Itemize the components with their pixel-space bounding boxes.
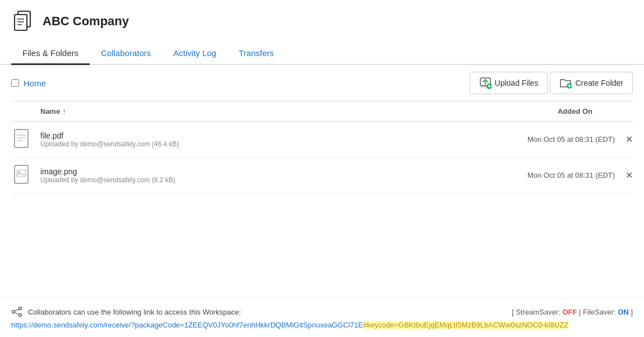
svg-rect-13: [15, 130, 28, 147]
svg-point-22: [19, 314, 22, 317]
tab-transfers[interactable]: Transfers: [228, 43, 285, 65]
collab-share-text: Collaborators can use the following link…: [28, 308, 241, 316]
create-folder-label: Create Folder: [575, 79, 623, 87]
file-icon-cell: [11, 158, 40, 193]
col-icon-spacer: [11, 101, 40, 122]
upload-files-label: Upload Files: [495, 79, 539, 87]
copy-files-icon: [11, 9, 36, 34]
image-file-icon: [11, 164, 31, 184]
footer-collab-info: Collaborators can use the following link…: [11, 306, 241, 317]
main-content: Home Upload Files: [0, 65, 644, 298]
upload-files-button[interactable]: Upload Files: [470, 72, 548, 94]
file-date: Mon Oct 05 at 08:31 (EDT): [393, 122, 615, 158]
company-name: ABC Company: [43, 14, 129, 29]
file-meta: Uploaded by demo@sendsafely.com (46.4 kB…: [40, 140, 179, 148]
stream-value: OFF: [562, 308, 577, 316]
col-name-header[interactable]: Name ↑: [40, 101, 393, 122]
svg-rect-1: [15, 15, 27, 30]
home-breadcrumb-area: Home: [11, 79, 470, 88]
workspace-link[interactable]: https://demo.sendsafely.com/receive/?pac…: [11, 321, 568, 329]
file-name: image.png: [40, 167, 175, 176]
select-all-checkbox[interactable]: [11, 79, 19, 87]
tab-activity-log[interactable]: Activity Log: [162, 43, 228, 65]
file-info-cell: image.png Uploaded by demo@sendsafely.co…: [40, 158, 393, 193]
tab-files-folders[interactable]: Files & Folders: [11, 43, 90, 65]
toolbar-actions: Upload Files Create Folder: [470, 72, 633, 94]
file-name: file.pdf: [40, 131, 179, 140]
file-date: Mon Oct 05 at 08:31 (EDT): [393, 158, 615, 193]
share-icon: [11, 306, 22, 317]
file-icon-cell: [11, 122, 40, 158]
file-table: Name ↑ Added On: [11, 101, 633, 193]
svg-point-20: [19, 307, 22, 310]
filesaver-label: | FileSaver:: [579, 308, 616, 316]
footer: Collaborators can use the following link…: [0, 298, 644, 337]
col-delete-spacer: [615, 101, 633, 122]
sort-asc-icon: ↑: [62, 107, 66, 116]
home-link[interactable]: Home: [24, 79, 46, 88]
col-added-on-header: Added On: [393, 101, 615, 122]
table-row: image.png Uploaded by demo@sendsafely.co…: [11, 158, 633, 193]
table-row: file.pdf Uploaded by demo@sendsafely.com…: [11, 122, 633, 158]
link-base: https://demo.sendsafely.com/receive/?pac…: [11, 321, 363, 329]
file-delete-button[interactable]: ✕: [615, 158, 633, 193]
footer-stream-info: [ StreamSaver: OFF | FileSaver: ON ]: [512, 308, 633, 316]
header: ABC Company: [0, 0, 644, 43]
create-folder-icon: [559, 77, 572, 89]
stream-close: ]: [631, 308, 633, 316]
svg-line-24: [15, 312, 19, 315]
stream-label: [ StreamSaver:: [512, 308, 560, 316]
pdf-file-icon: [11, 128, 31, 149]
svg-line-23: [15, 309, 19, 311]
svg-point-21: [12, 311, 15, 313]
footer-top: Collaborators can use the following link…: [11, 306, 633, 317]
file-info-cell: file.pdf Uploaded by demo@sendsafely.com…: [40, 122, 393, 158]
svg-point-19: [18, 171, 20, 173]
toolbar: Home Upload Files: [11, 65, 633, 101]
filesaver-value: ON: [618, 308, 629, 316]
tab-collaborators[interactable]: Collaborators: [90, 43, 162, 65]
tab-bar: Files & Folders Collaborators Activity L…: [0, 43, 644, 65]
link-keycode: #keycode=GBKtbuEjqEMqLtI5MzB9LbACWw0szNO…: [363, 321, 569, 329]
upload-files-icon: [479, 77, 492, 89]
create-folder-button[interactable]: Create Folder: [550, 72, 633, 94]
file-meta: Uploaded by demo@sendsafely.com (8.2 kB): [40, 176, 175, 184]
file-delete-button[interactable]: ✕: [615, 122, 633, 158]
footer-link-row: https://demo.sendsafely.com/receive/?pac…: [11, 321, 633, 329]
